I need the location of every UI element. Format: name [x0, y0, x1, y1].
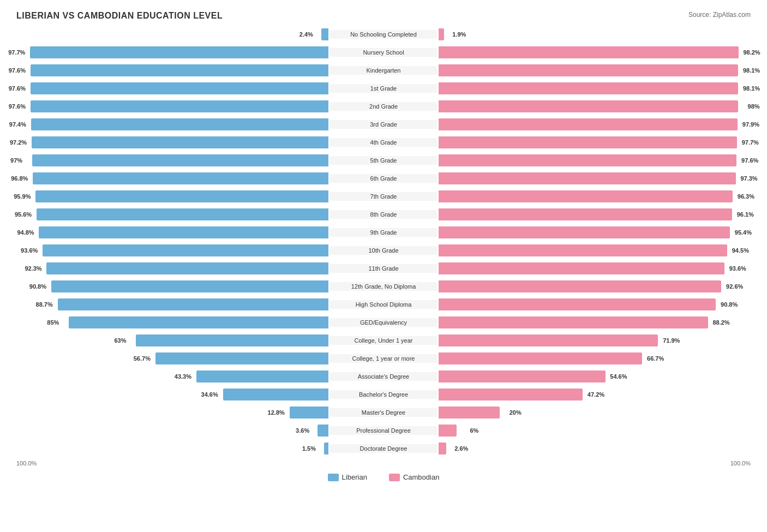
row-label: Associate's Degree — [329, 372, 437, 381]
row-label: High School Diploma — [329, 300, 437, 309]
chart-row: 63%College, Under 1 year71.9% — [16, 332, 751, 349]
row-label: 1st Grade — [329, 84, 437, 93]
bar-left: 94.8% — [39, 226, 328, 238]
row-label: Doctorate Degree — [329, 444, 437, 453]
value-right: 54.6% — [610, 373, 627, 380]
chart-row: 97.2%4th Grade97.7% — [16, 134, 751, 151]
value-left: 90.8% — [29, 283, 46, 290]
value-left: 92.3% — [25, 265, 41, 272]
value-left: 97% — [10, 157, 22, 164]
value-right: 97.3% — [740, 175, 757, 182]
chart-row: 56.7%College, 1 year or more66.7% — [16, 350, 751, 367]
bar-right: 94.5% — [439, 244, 727, 256]
value-right: 94.5% — [732, 247, 749, 254]
row-label: 8th Grade — [329, 210, 437, 219]
bar-left: 85% — [69, 316, 328, 328]
value-right: 97.9% — [742, 121, 759, 128]
value-right: 98.2% — [743, 49, 760, 56]
bar-right: 96.3% — [439, 190, 733, 202]
chart-row: 95.6%8th Grade96.1% — [16, 206, 751, 223]
bar-right: 98.1% — [439, 82, 738, 94]
value-left: 1.5% — [302, 445, 316, 452]
value-right: 92.6% — [726, 283, 743, 290]
legend-color-liberian — [328, 474, 339, 481]
bar-left: 34.6% — [223, 388, 329, 401]
chart-row: 97.7%Nursery School98.2% — [16, 44, 751, 61]
row-label: Nursery School — [329, 48, 437, 57]
value-left: 63% — [114, 337, 126, 344]
value-left: 56.7% — [134, 355, 151, 362]
axis-row: 100.0% 100.0% — [16, 460, 751, 467]
value-right: 95.4% — [735, 229, 752, 236]
value-right: 97.6% — [741, 157, 758, 164]
bar-right: 6% — [439, 425, 457, 437]
value-left: 97.6% — [9, 103, 26, 110]
chart-row: 88.7%High School Diploma90.8% — [16, 296, 751, 313]
bar-right: 97.3% — [439, 172, 736, 184]
legend-cambodian: Cambodian — [389, 473, 440, 481]
bar-left: 97.7% — [30, 46, 328, 58]
chart-row: 93.6%10th Grade94.5% — [16, 242, 751, 259]
bar-right: 97.6% — [439, 154, 737, 166]
chart-row: 90.8%12th Grade, No Diploma92.6% — [16, 278, 751, 295]
bar-left: 97.6% — [31, 100, 329, 112]
row-label: College, 1 year or more — [329, 354, 437, 363]
value-right: 47.2% — [588, 391, 604, 398]
chart-row: 92.3%11th Grade93.6% — [16, 260, 751, 277]
value-left: 97.2% — [10, 139, 27, 146]
bar-right: 2.6% — [439, 443, 447, 455]
chart-container: LIBERIAN VS CAMBODIAN EDUCATION LEVEL So… — [0, 0, 767, 503]
bar-left: 92.3% — [46, 262, 328, 274]
value-left: 96.8% — [11, 175, 28, 182]
value-left: 85% — [47, 319, 59, 326]
value-left: 97.6% — [9, 85, 26, 92]
row-label: 9th Grade — [329, 228, 437, 237]
value-left: 2.4% — [299, 31, 313, 38]
row-label: Kindergarten — [329, 66, 437, 75]
value-right: 90.8% — [721, 301, 738, 308]
bar-right: 1.9% — [439, 28, 445, 40]
bar-left: 97% — [32, 154, 328, 166]
value-right: 96.3% — [738, 193, 754, 200]
bar-left: 88.7% — [58, 298, 329, 310]
value-right: 88.2% — [712, 319, 729, 326]
value-right: 2.6% — [454, 445, 468, 452]
row-label: 2nd Grade — [329, 102, 437, 111]
chart-row: 34.6%Bachelor's Degree47.2% — [16, 386, 751, 403]
value-left: 97.6% — [9, 67, 26, 74]
value-left: 43.3% — [175, 373, 191, 380]
value-right: 20% — [510, 409, 522, 416]
row-label: GED/Equivalency — [329, 318, 437, 327]
bar-right: 88.2% — [439, 316, 708, 328]
chart-row: 43.3%Associate's Degree54.6% — [16, 368, 751, 385]
row-label: 5th Grade — [329, 156, 437, 165]
bar-left: 56.7% — [155, 352, 329, 364]
bars-area: 2.4%No Schooling Completed1.9%97.7%Nurse… — [16, 26, 751, 457]
row-label: No Schooling Completed — [329, 30, 437, 39]
legend: Liberian Cambodian — [16, 473, 751, 481]
chart-row: 2.4%No Schooling Completed1.9% — [16, 26, 751, 43]
bar-left: 12.8% — [290, 407, 329, 419]
row-label: Master's Degree — [329, 408, 437, 417]
bar-left: 63% — [136, 334, 328, 346]
chart-row: 1.5%Doctorate Degree2.6% — [16, 440, 751, 457]
bar-left: 90.8% — [51, 280, 328, 292]
bar-right: 95.4% — [439, 226, 730, 238]
value-left: 97.4% — [9, 121, 26, 128]
row-label: 10th Grade — [329, 246, 437, 255]
bar-right: 66.7% — [439, 352, 643, 364]
bar-left: 2.4% — [321, 28, 328, 40]
value-right: 98% — [748, 103, 760, 110]
row-label: Professional Degree — [329, 426, 437, 435]
value-left: 3.6% — [296, 427, 309, 434]
bar-left: 96.8% — [33, 172, 328, 184]
value-right: 98.1% — [743, 67, 760, 74]
bar-right: 92.6% — [439, 280, 722, 292]
legend-color-cambodian — [389, 474, 400, 481]
value-right: 71.9% — [663, 337, 680, 344]
chart-row: 97.6%Kindergarten98.1% — [16, 62, 751, 79]
value-left: 93.6% — [21, 247, 38, 254]
value-right: 97.7% — [742, 139, 759, 146]
source-label: Source: ZipAtlas.com — [688, 11, 751, 19]
bar-left: 3.6% — [317, 425, 328, 437]
